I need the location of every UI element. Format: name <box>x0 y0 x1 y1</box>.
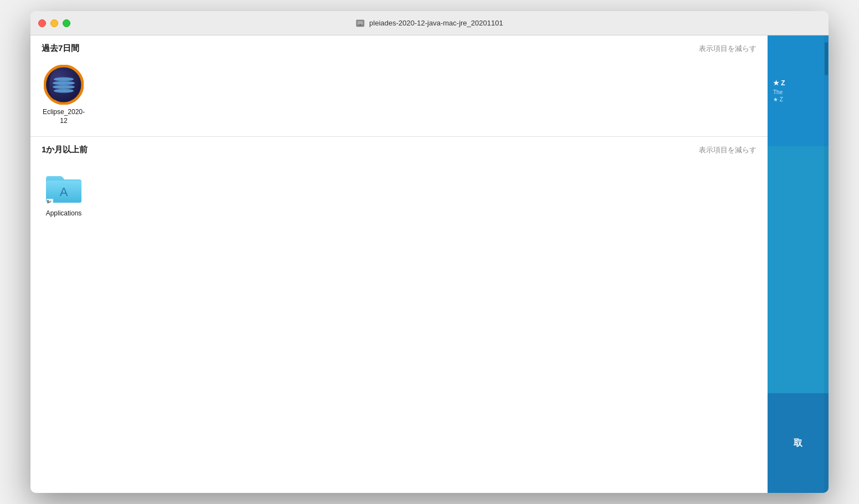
section-action-older[interactable]: 表示項目を減らす <box>699 145 756 155</box>
minimize-button[interactable] <box>50 19 58 27</box>
finder-panel[interactable]: 過去7日間 表示項目を減らす <box>30 35 768 493</box>
traffic-lights <box>38 19 70 27</box>
sidebar-middle <box>768 146 829 393</box>
finder-window: pleiades-2020-12-java-mac-jre_20201101 過… <box>30 11 829 493</box>
eclipse-icon <box>44 65 84 105</box>
section-title-recent: 過去7日間 <box>42 43 79 54</box>
section-header-recent: 過去7日間 表示項目を減らす <box>30 35 768 59</box>
sidebar-bottom-label: 取 <box>794 438 802 449</box>
items-grid-recent: Eclipse_2020-12 <box>30 59 768 136</box>
list-item[interactable]: Eclipse_2020-12 <box>42 65 86 125</box>
item-label: Applications <box>46 209 82 218</box>
scrollbar[interactable] <box>824 35 829 493</box>
sidebar-extra-text: ★ Z <box>773 96 823 102</box>
list-item[interactable]: A Applications <box>42 166 86 218</box>
maximize-button[interactable] <box>63 19 70 27</box>
sidebar-top-label: ★ Z <box>773 79 823 87</box>
scrollbar-thumb[interactable] <box>825 42 828 75</box>
section-header-older: 1か月以上前 表示項目を減らす <box>30 137 768 161</box>
svg-point-8 <box>54 89 74 93</box>
item-label: Eclipse_2020-12 <box>42 108 86 125</box>
disk-icon <box>356 19 365 28</box>
svg-point-7 <box>53 85 75 89</box>
section-action-recent[interactable]: 表示項目を減らす <box>699 44 756 54</box>
main-content: 過去7日間 表示項目を減らす <box>30 35 829 493</box>
svg-text:A: A <box>60 185 68 199</box>
svg-point-2 <box>360 24 361 25</box>
applications-folder-icon: A <box>44 166 84 206</box>
sidebar-top: ★ Z The ★ Z <box>768 35 829 146</box>
items-grid-older: A Applications <box>30 161 768 229</box>
svg-point-6 <box>53 81 75 85</box>
right-sidebar: ★ Z The ★ Z 取 <box>768 35 829 493</box>
svg-rect-1 <box>357 21 363 24</box>
title-bar-content: pleiades-2020-12-java-mac-jre_20201101 <box>356 19 503 28</box>
title-bar: pleiades-2020-12-java-mac-jre_20201101 <box>30 11 829 35</box>
sidebar-bottom: 取 <box>768 393 829 493</box>
close-button[interactable] <box>38 19 46 27</box>
svg-point-5 <box>54 78 74 81</box>
section-title-older: 1か月以上前 <box>42 145 88 155</box>
window-title: pleiades-2020-12-java-mac-jre_20201101 <box>369 19 503 27</box>
sidebar-top-text: The <box>773 89 823 95</box>
